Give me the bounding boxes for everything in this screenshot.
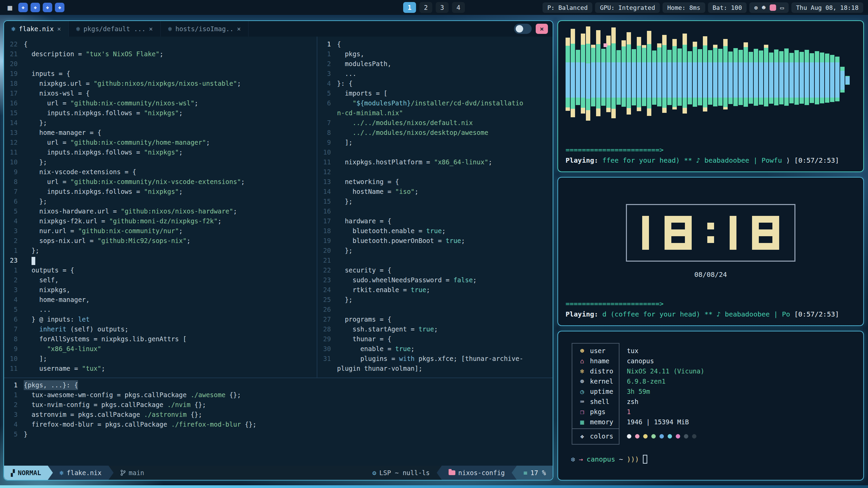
tag-3[interactable]: 3	[436, 2, 449, 13]
line-number: 24	[317, 285, 337, 295]
code-line: 22 security = {	[317, 265, 553, 275]
visualizer-bar	[703, 36, 707, 111]
launcher-icon[interactable]: ▦	[5, 3, 15, 12]
tray-icon-1[interactable]: ❖	[18, 3, 28, 12]
tab-close-icon[interactable]: ×	[149, 25, 153, 33]
visualizer-bar	[769, 53, 773, 104]
fetch-row-user: ☻user	[572, 346, 619, 356]
screenshot-icon[interactable]	[770, 4, 776, 11]
visualizer-bar	[810, 53, 814, 103]
visualizer-bar	[672, 39, 677, 109]
line-number: 5	[4, 206, 24, 216]
fetch-label: memory	[590, 418, 613, 426]
tag-4[interactable]: 4	[452, 2, 465, 13]
line-number: 11	[4, 364, 24, 373]
code-line: 8 url = "github:nix-community/nix-vscode…	[4, 177, 317, 187]
line-number: 25	[317, 295, 337, 305]
tab-flake-nix[interactable]: ❄flake.nix×	[4, 21, 69, 37]
code-text: inputs.nixpkgs.follows = "nixpkgs";	[24, 187, 183, 197]
line-number: 11	[317, 157, 337, 167]
code-text: inputs.nixpkgs.follows = "nixpkgs";	[24, 147, 183, 157]
clock-digit	[665, 216, 692, 250]
toggle-knob	[516, 25, 523, 33]
code-text: sudo.wheelNeedsPassword = false;	[337, 275, 477, 285]
tab-close-icon[interactable]: ×	[237, 25, 241, 33]
line-number: 2	[4, 400, 24, 410]
bar-status-area: P: BalancedGPU: IntegratedHome: 8msBat: …	[542, 2, 863, 13]
network-icon[interactable]: ⊕	[754, 4, 758, 11]
code-line: 15 inputs.nixpkgs.follows = "nixpkgs";	[4, 108, 317, 118]
code-text: inherit (self) outputs;	[24, 324, 129, 334]
tab-hosts-isoimag-[interactable]: ❄hosts/isoImag..×	[161, 21, 249, 37]
visualizer-bar	[738, 50, 743, 105]
toggle-button[interactable]	[514, 24, 532, 34]
tab-close-icon[interactable]: ×	[57, 25, 61, 33]
nix-file-icon: ❄	[60, 469, 63, 476]
code-text: };	[337, 246, 353, 256]
line-number: 5	[4, 429, 24, 439]
code-line: 18 bluetooth.enable = true;	[317, 226, 553, 236]
now-playing: Playing: ffee for your head) ** ♪ beabad…	[566, 155, 856, 165]
color-dot-2	[635, 434, 639, 439]
code-line: 26	[317, 305, 553, 314]
color-dot-8	[684, 434, 688, 439]
tray-icon-2[interactable]: ❖	[31, 3, 40, 12]
tray-icon-3[interactable]: ❖	[43, 3, 52, 12]
line-number: 1	[4, 390, 24, 400]
line-number: 6	[317, 98, 337, 108]
code-line: 7 inputs.nixpkgs.follows = "nixpkgs";	[4, 187, 317, 197]
line-number: 1	[4, 265, 24, 275]
code-line: 11 username = "tux";	[4, 364, 317, 373]
visualizer-bar	[800, 52, 804, 104]
branch-name: main	[129, 469, 144, 476]
fetch-row-colors: ❖colors	[572, 430, 619, 442]
tab-pkgs-default-[interactable]: ❄pkgs/default ...×	[69, 21, 161, 37]
pane-flake-nix[interactable]: 22{21 description = "tux's NixOS Flake";…	[4, 37, 317, 378]
code-text: url = "github:nix-community/nix-vscode-e…	[24, 177, 245, 187]
playing-separator: ⟩	[786, 155, 794, 165]
window-close-button[interactable]: ×	[536, 24, 548, 34]
shell-prompt[interactable]: ❆ → canopus ~ )))	[571, 455, 855, 464]
code-text: nixpkgs.url = "github:nixos/nixpkgs/nixo…	[24, 79, 241, 88]
visualizer-bar	[616, 50, 621, 105]
line-number: 15	[317, 197, 337, 206]
visualizer-bar	[677, 48, 682, 106]
tray-icon-4[interactable]: ❖	[55, 3, 64, 12]
visualizer-bar	[657, 43, 662, 106]
pane-iso-image[interactable]: 1{1 pkgs,2 modulesPath,3 ...4}: {5 impor…	[317, 37, 553, 378]
code-line: 27 programs = {	[317, 314, 553, 324]
visualizer-bar	[662, 35, 667, 113]
line-number: 6	[4, 197, 24, 206]
display-icon[interactable]: ▭	[780, 4, 784, 11]
code-line: 21	[317, 256, 553, 265]
lines-icon: ≡	[524, 469, 527, 476]
code-text: };	[24, 118, 47, 128]
nix-file-icon: ❄	[76, 25, 80, 33]
code-text: ../../modules/nixos/desktop/awesome	[337, 128, 488, 138]
code-text: enable = true;	[337, 344, 415, 354]
code-line: 6 };	[4, 197, 317, 206]
visualizer-bar	[759, 50, 763, 105]
playing-label: Playing:	[566, 309, 602, 319]
visualizer-bar	[576, 50, 580, 105]
fetch-value-kernel: 6.9.8-zen1	[627, 376, 705, 386]
line-number: 21	[317, 256, 337, 265]
tab-label: hosts/isoImag..	[175, 25, 234, 33]
user-icon[interactable]: ☻	[762, 4, 766, 11]
pane-pkgs-default[interactable]: 1{pkgs, ...}: {1 tux-awesome-wm-config =…	[4, 378, 553, 466]
now-playing: Playing: d (coffee for your head) ** ♪ b…	[566, 309, 856, 319]
music-note-icon: ♪	[717, 309, 725, 319]
visualizer-pink-pixel	[604, 43, 607, 47]
code-line: 8 ../../modules/nixos/desktop/awesome	[317, 128, 553, 138]
clock-date: 08/08/24	[694, 270, 727, 279]
tag-2[interactable]: 2	[419, 2, 432, 13]
line-number: 10	[4, 354, 24, 364]
code-text: thunar = {	[337, 334, 391, 344]
code-text: plugins = with pkgs.xfce; [thunar-archiv…	[337, 354, 523, 364]
palette-icon: ❖	[578, 432, 587, 440]
code-text: {	[337, 39, 341, 49]
terminal-window[interactable]: ☻user⌂hname❄distro☸kernel◷uptime⌨shell❒p…	[557, 331, 864, 481]
tag-1[interactable]: 1	[403, 2, 416, 13]
mode-icon: ▞	[11, 469, 15, 476]
line-number: 15	[4, 108, 24, 118]
